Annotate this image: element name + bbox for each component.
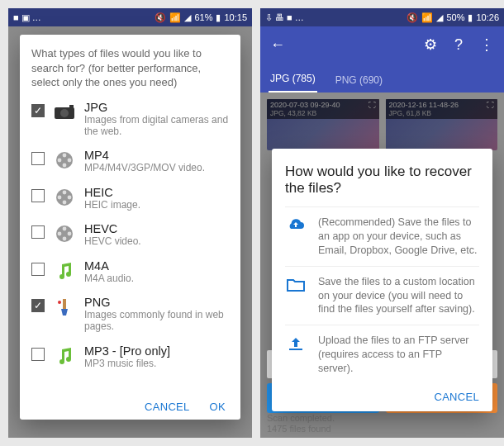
cloud-upload-icon — [285, 216, 307, 258]
download-icon: ⇩ — [265, 12, 273, 23]
battery-text: 50% — [446, 12, 464, 22]
clock: 10:26 — [476, 12, 499, 22]
file-type-list: ✓ JPG Images from digital cameras and th… — [31, 95, 229, 396]
printer-icon: 🖶 — [275, 12, 284, 23]
svg-point-19 — [58, 301, 61, 304]
scan-line1: Scan completed. — [267, 413, 335, 424]
scan-line2: 1475 files found — [267, 424, 335, 434]
checkbox-jpg[interactable]: ✓ — [31, 104, 45, 117]
file-type-desc: Images from digital cameras and the web. — [84, 114, 229, 138]
toolbar: ← ⚙ ? ⋮ — [260, 26, 504, 63]
upload-icon — [285, 334, 307, 376]
file-type-title: MP3 - [Pro only] — [84, 344, 229, 358]
svg-point-4 — [63, 154, 67, 158]
film-reel-icon — [53, 150, 76, 170]
svg-point-15 — [68, 232, 72, 236]
recover-option-ftp[interactable]: Upload the files to an FTP server (requi… — [285, 325, 479, 384]
battery-icon: ▮ — [468, 12, 473, 23]
svg-point-12 — [58, 195, 62, 199]
cancel-button[interactable]: CANCEL — [434, 391, 479, 403]
folder-icon — [285, 275, 307, 317]
gallery-icon: ▣ — [21, 12, 30, 23]
svg-point-1 — [60, 109, 69, 117]
mute-icon: 🔇 — [155, 12, 166, 23]
battery-icon: ▮ — [216, 12, 221, 23]
file-type-title: PNG — [84, 296, 229, 309]
file-types-dialog: What types of files would you like to se… — [20, 35, 240, 420]
checkbox-mp3[interactable] — [31, 348, 45, 361]
tab-jpg[interactable]: JPG (785) — [269, 73, 317, 93]
svg-point-17 — [58, 232, 62, 236]
battery-text: 61% — [194, 12, 212, 22]
file-type-jpg[interactable]: ✓ JPG Images from digital cameras and th… — [31, 95, 229, 144]
back-icon[interactable]: ← — [269, 36, 287, 54]
svg-point-5 — [68, 159, 72, 163]
status-bar: ■ ▣ … 🔇 📶 ◢ 61% ▮ 10:15 — [8, 8, 252, 26]
signal-icon: ◢ — [436, 12, 443, 23]
file-type-m4a[interactable]: M4A M4A audio. — [31, 254, 229, 290]
checkbox-heic[interactable] — [31, 189, 45, 202]
file-type-desc: MP3 music files. — [84, 358, 229, 369]
more-icon: … — [32, 12, 41, 23]
clock: 10:15 — [224, 12, 247, 22]
scan-status: Scan completed. 1475 files found — [267, 413, 335, 434]
cancel-button[interactable]: CANCEL — [145, 401, 190, 413]
file-type-desc: MP4/M4V/3GP/MOV video. — [84, 162, 229, 173]
checkbox-png[interactable]: ✓ — [31, 299, 45, 312]
file-type-title: MP4 — [84, 149, 229, 162]
dialog-actions: CANCEL OK — [31, 396, 229, 413]
file-type-title: HEIC — [84, 186, 229, 199]
file-type-desc: M4A audio. — [84, 273, 229, 284]
svg-point-11 — [63, 200, 67, 204]
checkbox-m4a[interactable] — [31, 263, 45, 276]
signal-icon: ◢ — [184, 12, 191, 23]
screen-left: ■ ▣ … 🔇 📶 ◢ 61% ▮ 10:15 What types of fi… — [8, 8, 252, 438]
file-type-png[interactable]: ✓ PNG Images commonly found in web pages… — [31, 290, 229, 339]
file-type-heic[interactable]: HEIC HEIC image. — [31, 180, 229, 216]
option-desc: Save the files to a custom location on y… — [318, 275, 479, 317]
camera-file-icon — [53, 102, 76, 122]
svg-point-6 — [63, 164, 67, 168]
paintbrush-icon — [53, 297, 76, 317]
music-note-icon — [53, 346, 76, 366]
checkbox-hevc[interactable] — [31, 225, 45, 239]
file-type-desc: Images commonly found in web pages. — [84, 309, 229, 333]
dialog-prompt: What types of files would you like to se… — [31, 46, 229, 90]
gear-icon[interactable]: ⚙ — [421, 36, 440, 54]
file-type-mp4[interactable]: MP4 MP4/M4V/3GP/MOV video. — [31, 143, 229, 179]
overflow-icon[interactable]: ⋮ — [478, 36, 496, 54]
file-type-title: M4A — [84, 259, 229, 273]
wifi-icon: 📶 — [421, 12, 433, 23]
file-type-hevc[interactable]: HEVC HEVC video. — [31, 216, 229, 253]
tabs: JPG (785) PNG (690) — [260, 63, 504, 93]
file-type-title: HEVC — [84, 222, 229, 235]
status-bar: ⇩ 🖶 ■ … 🔇 📶 ◢ 50% ▮ 10:26 — [260, 8, 504, 26]
camera-icon: ■ — [13, 12, 19, 23]
more-icon: … — [295, 12, 304, 23]
checkbox-mp4[interactable] — [31, 152, 45, 165]
tab-png[interactable]: PNG (690) — [334, 74, 384, 93]
help-icon[interactable]: ? — [449, 36, 468, 54]
recover-dialog: How would you like to recover the files?… — [272, 149, 492, 411]
svg-point-14 — [63, 227, 67, 231]
option-desc: (Recommended) Save the files to an app o… — [318, 216, 479, 258]
mute-icon: 🔇 — [407, 12, 418, 23]
svg-point-9 — [63, 190, 67, 194]
option-desc: Upload the files to an FTP server (requi… — [318, 334, 479, 376]
svg-point-10 — [68, 195, 72, 199]
file-type-mp3[interactable]: MP3 - [Pro only] MP3 music files. — [31, 339, 229, 375]
film-reel-icon — [53, 187, 76, 207]
file-type-title: JPG — [84, 101, 229, 114]
svg-point-16 — [63, 237, 67, 241]
recover-option-cloud[interactable]: (Recommended) Save the files to an app o… — [285, 206, 479, 266]
recover-option-folder[interactable]: Save the files to a custom location on y… — [285, 266, 479, 325]
film-reel-icon — [53, 224, 76, 244]
file-type-desc: HEVC video. — [84, 235, 229, 247]
music-note-icon — [53, 261, 76, 281]
svg-point-7 — [58, 159, 62, 163]
ok-button[interactable]: OK — [210, 401, 226, 413]
screen-right: ⇩ 🖶 ■ … 🔇 📶 ◢ 50% ▮ 10:26 ← ⚙ ? ⋮ JPG (7… — [260, 8, 504, 438]
camera-icon: ■ — [287, 12, 292, 23]
svg-rect-2 — [69, 105, 74, 108]
wifi-icon: 📶 — [169, 12, 181, 23]
